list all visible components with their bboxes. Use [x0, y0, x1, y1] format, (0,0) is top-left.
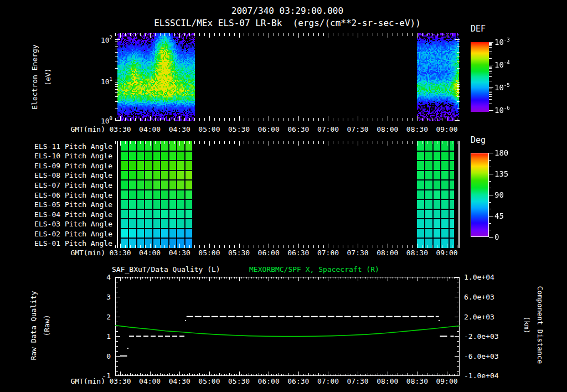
gmt-tick-label: 03:30	[109, 126, 131, 133]
els-row-label: ELS-10 Pitch Angle	[34, 152, 112, 159]
energy-axis-label: Electron Energy	[31, 44, 38, 109]
component-distance-axis-label: Component Distance	[537, 286, 544, 364]
els-row-label: ELS-08 Pitch Angle	[34, 172, 112, 179]
els-row-label: ELS-02 Pitch Angle	[34, 230, 112, 237]
raw-quality-axis-label: Raw Data Quality	[30, 291, 37, 360]
gmt-tick-label: 05:00	[198, 126, 220, 133]
gmt-tick-label: 03:30	[109, 378, 131, 385]
def-tick-label: 10-6	[494, 106, 510, 114]
title-datetime: 2007/340 03:29:00.000	[115, 7, 460, 16]
gmt-tick-label: 05:30	[228, 126, 250, 133]
gmt-tick-label: 07:30	[347, 126, 369, 133]
gmt-tick-label: 05:00	[198, 249, 220, 256]
gmt-tick-label: 06:00	[258, 126, 280, 133]
bottom-title-right: MEXORBMC/SPF X, Spacecraft (R)	[249, 266, 379, 273]
deg-tick-label: 90	[494, 191, 504, 199]
gmt-tick-label: 07:00	[317, 126, 339, 133]
deg-colorbar	[471, 153, 495, 238]
gmt-tick-label: 07:30	[347, 378, 369, 385]
def-tick-label: 10-5	[494, 84, 510, 91]
energy-axis-units-label: (eV)	[44, 68, 51, 85]
gmt-axis-caption-middle: GMT(min)	[70, 249, 105, 256]
gmt-tick-label: 04:00	[139, 126, 161, 133]
distance-tick-label: 6.0e+03	[464, 293, 494, 301]
def-colorbar-title: DEF	[471, 25, 486, 33]
distance-tick-label: -6.0e+03	[464, 353, 499, 360]
distance-tick-label: 1.0e+04	[464, 274, 494, 281]
energy-tick-label: 102	[101, 37, 112, 44]
distance-tick-label: 2.0e+03	[464, 313, 494, 321]
quality-tick-label: 3	[106, 293, 111, 301]
deg-tick-label: 45	[494, 212, 504, 220]
gmt-tick-label: 04:30	[169, 378, 190, 385]
gmt-tick-label: 07:30	[347, 249, 369, 256]
deg-colorbar-title: Deg	[471, 136, 486, 145]
def-tick-label: 10-4	[494, 61, 510, 69]
els-row-label: ELS-03 Pitch Angle	[34, 220, 112, 228]
gmt-tick-label: 08:00	[377, 378, 398, 385]
els-row-label: ELS-11 Pitch Angle	[34, 142, 112, 149]
els-row-label: ELS-01 Pitch Angle	[34, 240, 112, 247]
gmt-tick-label: 04:30	[169, 249, 190, 256]
els-row-label: ELS-09 Pitch Angle	[34, 162, 112, 169]
title-instrument: ELSSCIL/MEx ELS-07 LR-Bk (ergs/(cm**2-sr…	[115, 19, 460, 28]
raw-quality-axis-units-label: (Raw)	[43, 314, 50, 336]
quality-tick-label: 0	[106, 353, 111, 360]
gmt-tick-label: 09:00	[436, 378, 457, 385]
quality-tick-label: 1	[106, 333, 111, 340]
electron-energy-spectrogram	[115, 33, 460, 121]
gmt-tick-label: 05:00	[198, 378, 220, 385]
gmt-tick-label: 06:30	[287, 378, 309, 385]
data-quality-distance-plot	[115, 277, 460, 376]
gmt-tick-label: 09:00	[436, 126, 457, 133]
gmt-axis-caption-top: GMT(min)	[70, 126, 105, 133]
gmt-tick-label: 05:30	[228, 249, 250, 256]
def-colorbar	[471, 42, 495, 112]
gmt-tick-label: 05:30	[228, 378, 250, 385]
gmt-tick-label: 06:00	[258, 378, 280, 385]
els-row-label: ELS-04 Pitch Angle	[34, 210, 112, 218]
energy-tick-label: 100	[101, 117, 112, 125]
quality-tick-label: -1	[102, 372, 111, 379]
gmt-tick-label: 04:00	[139, 378, 161, 385]
gmt-tick-label: 08:30	[406, 249, 428, 256]
gmt-tick-label: 09:00	[436, 249, 457, 256]
plot-screen: 2007/340 03:29:00.000 ELSSCIL/MEx ELS-07…	[0, 0, 567, 392]
energy-tick-label: 101	[101, 78, 112, 85]
gmt-tick-label: 06:30	[287, 126, 309, 133]
bottom-title-left: SAF_BXuT/Data Quality (L)	[112, 266, 220, 273]
gmt-tick-label: 08:30	[406, 378, 428, 385]
gmt-tick-label: 06:30	[287, 249, 309, 256]
gmt-tick-label: 08:00	[377, 249, 398, 256]
gmt-tick-label: 08:00	[377, 126, 398, 133]
gmt-tick-label: 07:00	[317, 249, 339, 256]
gmt-tick-label: 07:00	[317, 378, 339, 385]
deg-tick-label: 135	[494, 170, 508, 178]
quality-tick-label: 2	[106, 313, 111, 321]
gmt-tick-label: 04:00	[139, 249, 161, 256]
def-tick-label: 10-3	[494, 38, 510, 46]
distance-tick-label: -1.0e+04	[464, 372, 499, 379]
gmt-tick-label: 03:30	[109, 249, 131, 256]
deg-tick-label: 0	[494, 233, 499, 241]
deg-tick-label: 180	[494, 149, 508, 157]
distance-tick-label: -2.0e+03	[464, 333, 499, 340]
gmt-tick-label: 04:30	[169, 126, 190, 133]
quality-tick-label: 4	[106, 274, 111, 281]
gmt-tick-label: 08:30	[406, 126, 428, 133]
els-row-label: ELS-06 Pitch Angle	[34, 191, 112, 198]
gmt-axis-caption-bottom: GMT(min)	[70, 378, 105, 385]
els-row-label: ELS-07 Pitch Angle	[34, 181, 112, 188]
component-distance-units-label: (km)	[523, 316, 530, 333]
pitch-angle-panel-grid	[115, 141, 460, 248]
els-row-label: ELS-05 Pitch Angle	[34, 201, 112, 208]
gmt-tick-label: 06:00	[258, 249, 280, 256]
